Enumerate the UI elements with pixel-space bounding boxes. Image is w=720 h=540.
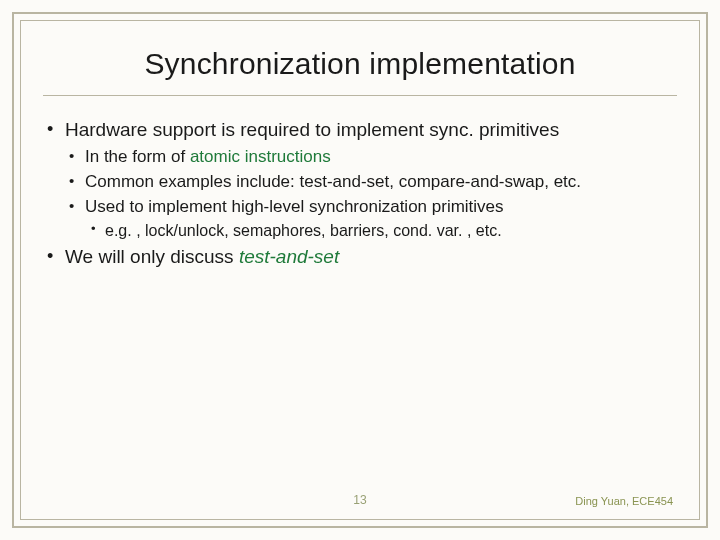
bullet-1-3-sublist: e.g. , lock/unlock, semaphores, barriers… — [85, 221, 677, 241]
bullet-1-1-text-b: atomic instructions — [190, 147, 331, 166]
bullet-1: Hardware support is required to implemen… — [43, 118, 677, 241]
bullet-2: We will only discuss test-and-set — [43, 245, 677, 269]
slide-title: Synchronization implementation — [43, 47, 677, 81]
bullet-1-1-text-a: In the form of — [85, 147, 190, 166]
author-label: Ding Yuan, ECE454 — [464, 495, 673, 507]
footer: 13 Ding Yuan, ECE454 — [43, 493, 677, 509]
bullet-1-3-1: e.g. , lock/unlock, semaphores, barriers… — [85, 221, 677, 241]
bullet-1-2-text: Common examples include: test-and-set, c… — [85, 172, 581, 191]
bullet-list: Hardware support is required to implemen… — [43, 118, 677, 269]
bullet-1-3-text: Used to implement high-level synchroniza… — [85, 197, 504, 216]
bullet-2-text-b: test-and-set — [239, 246, 339, 267]
bullet-1-1: In the form of atomic instructions — [65, 146, 677, 168]
inner-border: Synchronization implementation Hardware … — [20, 20, 700, 520]
bullet-1-sublist: In the form of atomic instructions Commo… — [65, 146, 677, 241]
bullet-2-text-a: We will only discuss — [65, 246, 239, 267]
page-number: 13 — [256, 493, 465, 507]
title-area: Synchronization implementation — [43, 39, 677, 96]
content-area: Hardware support is required to implemen… — [43, 118, 677, 493]
bullet-1-2: Common examples include: test-and-set, c… — [65, 171, 677, 193]
bullet-1-text: Hardware support is required to implemen… — [65, 119, 559, 140]
outer-border: Synchronization implementation Hardware … — [12, 12, 708, 528]
bullet-1-3-1-text: e.g. , lock/unlock, semaphores, barriers… — [105, 222, 502, 239]
bullet-1-3: Used to implement high-level synchroniza… — [65, 196, 677, 241]
